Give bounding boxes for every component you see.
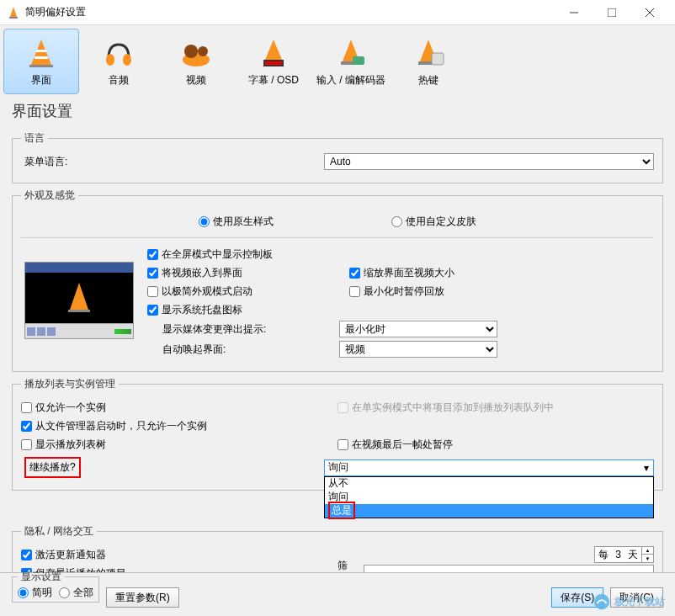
tab-hotkeys[interactable]: 热键: [391, 29, 466, 94]
save-button[interactable]: 保存(S): [551, 587, 603, 608]
svg-point-11: [123, 54, 131, 66]
tab-label: 界面: [31, 73, 51, 88]
radio-label: 使用原生样式: [213, 215, 274, 229]
hotkey-icon: [412, 36, 445, 70]
radio-custom-skin[interactable]: 使用自定义皮肤: [391, 215, 476, 229]
svg-marker-0: [10, 7, 17, 17]
cb-minimal-start[interactable]: 以极简外观模式启动: [147, 282, 324, 300]
cb-embed-video[interactable]: 将视频嵌入到界面: [147, 263, 324, 282]
radio-input[interactable]: [391, 216, 402, 227]
group-legend: 外观及感觉: [21, 189, 78, 203]
auto-raise-label: 自动唤起界面:: [162, 343, 339, 357]
continue-playback-label: 继续播放?: [24, 457, 81, 478]
tab-codecs[interactable]: 输入 / 编解码器: [313, 29, 389, 94]
svg-marker-24: [70, 283, 88, 310]
svg-rect-20: [353, 56, 364, 65]
spinner-up[interactable]: ▲: [641, 547, 653, 555]
cb-pause-minimize[interactable]: 最小化时暂停回放: [349, 282, 518, 300]
cb-fullscreen-controller[interactable]: 在全屏模式中显示控制板: [147, 245, 324, 263]
tab-video[interactable]: 视频: [158, 29, 234, 94]
svg-rect-25: [68, 310, 90, 312]
svg-rect-17: [265, 61, 282, 65]
auto-raise-select[interactable]: 视频: [339, 341, 497, 358]
cb-one-instance[interactable]: 仅允许一个实例: [21, 398, 338, 417]
svg-rect-9: [35, 56, 48, 59]
svg-rect-8: [36, 50, 46, 52]
svg-rect-3: [608, 8, 616, 17]
menu-language-select[interactable]: Auto: [324, 153, 654, 170]
radio-all[interactable]: 全部: [59, 586, 93, 600]
tab-interface[interactable]: 界面: [3, 29, 79, 94]
media-change-label: 显示媒体变更弹出提示:: [162, 322, 339, 337]
app-icon: [7, 6, 20, 19]
dropdown-option[interactable]: 询问: [325, 491, 653, 504]
svg-rect-7: [29, 65, 53, 67]
cancel-button[interactable]: 取消(C): [610, 587, 663, 608]
svg-rect-1: [9, 17, 18, 19]
svg-point-14: [198, 46, 208, 56]
radio-input[interactable]: [199, 216, 210, 227]
spinner-down[interactable]: ▼: [641, 555, 653, 562]
chevron-down-icon: ▾: [640, 462, 653, 474]
group-legend: 隐私 / 网络交互: [21, 524, 97, 539]
group-language: 语言 菜单语言: Auto: [12, 131, 663, 183]
media-change-select[interactable]: 最小化时: [339, 321, 497, 337]
cb-filemanager-one-instance[interactable]: 从文件管理器启动时，只允许一个实例: [21, 417, 338, 435]
dropdown-option[interactable]: 总是: [325, 504, 653, 518]
cone-icon: [24, 36, 58, 70]
group-appearance: 外观及感觉 使用原生样式 使用自定义皮肤: [12, 189, 663, 372]
tab-label: 输入 / 编解码器: [316, 73, 385, 88]
svg-point-13: [184, 45, 198, 58]
radio-simple[interactable]: 简明: [18, 586, 52, 600]
svg-point-10: [106, 54, 114, 66]
settings-content: 语言 菜单语言: Auto 外观及感觉 使用原生样式 使用自定义皮肤: [0, 128, 675, 581]
group-legend: 播放列表与实例管理: [21, 377, 119, 391]
svg-marker-15: [265, 40, 282, 60]
tab-subtitles[interactable]: 字幕 / OSD: [236, 29, 311, 94]
bottom-bar: 显示设置 简明 全部 重置参数(R) 保存(S) 取消(C): [0, 572, 675, 616]
continue-playback-select[interactable]: 询问 ▾ 从不 询问 总是: [324, 459, 654, 476]
category-tabs: 界面 音频 视频 字幕 / OSD 输入 / 编解码器 热键: [0, 25, 675, 94]
group-display-settings: 显示设置 简明 全部: [12, 570, 99, 603]
titlebar: 简明偏好设置: [0, 0, 675, 25]
cb-enqueue-in-single: 在单实例模式中将项目添加到播放列表队列中: [338, 398, 654, 417]
subtitle-icon: [257, 36, 290, 70]
cb-systray-icon[interactable]: 显示系统托盘图标: [147, 300, 324, 319]
headphones-icon: [102, 36, 136, 70]
minimize-button[interactable]: [555, 0, 593, 25]
tab-label: 字幕 / OSD: [248, 73, 299, 88]
cb-resize-to-video[interactable]: 缩放界面至视频大小: [349, 263, 518, 282]
group-legend: 语言: [21, 131, 48, 146]
dropdown-option[interactable]: 从不: [325, 477, 653, 491]
tab-label: 视频: [186, 73, 206, 88]
codec-icon: [334, 36, 368, 70]
reset-button[interactable]: 重置参数(R): [106, 587, 179, 608]
radio-native-style[interactable]: 使用原生样式: [199, 215, 274, 229]
menu-language-label: 菜单语言:: [21, 155, 324, 169]
tab-audio[interactable]: 音频: [81, 29, 157, 94]
cb-pause-last-frame[interactable]: 在视频最后一帧处暂停: [338, 435, 654, 454]
dropdown-list: 从不 询问 总是: [324, 476, 654, 518]
cb-update-notifier[interactable]: 激活更新通知器: [21, 545, 338, 564]
preview-thumbnail: [24, 262, 134, 339]
maximize-button[interactable]: [593, 0, 630, 25]
group-playlist: 播放列表与实例管理 仅允许一个实例 从文件管理器启动时，只允许一个实例 显示播放…: [12, 377, 663, 491]
tab-label: 热键: [418, 73, 438, 88]
close-button[interactable]: [630, 0, 668, 25]
update-interval-spinner[interactable]: 每 3 天 ▲▼: [594, 546, 654, 563]
page-title: 界面设置: [0, 94, 675, 128]
cb-show-playlist-tree[interactable]: 显示播放列表树: [21, 435, 338, 454]
window-title: 简明偏好设置: [25, 5, 555, 19]
film-icon: [179, 36, 213, 70]
svg-rect-23: [432, 53, 444, 65]
radio-label: 使用自定义皮肤: [406, 215, 476, 229]
tab-label: 音频: [109, 73, 129, 88]
